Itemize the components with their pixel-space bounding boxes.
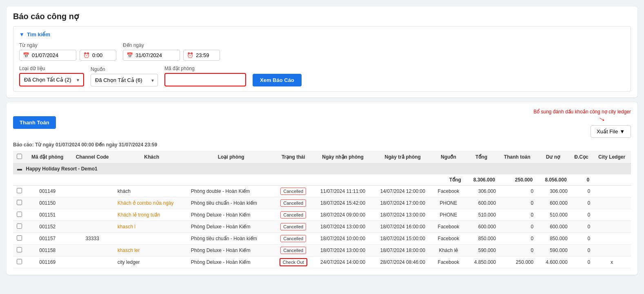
- to-date-wrapper[interactable]: 📅: [123, 50, 180, 61]
- row-checkbox[interactable]: [17, 259, 22, 264]
- col-checkbox[interactable]: [13, 151, 25, 164]
- source-cell: Facebook: [433, 256, 464, 268]
- payment-cell: 0: [498, 197, 536, 209]
- guest-name: city ledger: [118, 259, 140, 265]
- to-time-wrapper[interactable]: ⏰: [183, 50, 220, 61]
- deposit-cell: 0: [570, 233, 593, 245]
- room-code-cell: 001151: [25, 209, 69, 221]
- room-code-cell: 001157: [25, 233, 69, 245]
- to-time-input[interactable]: [196, 52, 216, 58]
- source-cell: PHONE: [433, 209, 464, 221]
- checkout-cell: 18/07/2024 13:00:00: [373, 209, 433, 221]
- view-report-button[interactable]: Xem Báo Cáo: [253, 74, 302, 86]
- city-ledger-cell: [593, 233, 631, 245]
- guest-cell: khách: [115, 186, 189, 197]
- total-cell: 4.850.000: [464, 256, 498, 268]
- city-ledger-cell: [593, 197, 631, 209]
- status-cell: Check Out: [274, 256, 313, 268]
- room-code-cell: 001149: [25, 186, 69, 197]
- from-time-input[interactable]: [92, 52, 113, 58]
- filter-icon: ▼: [19, 31, 24, 38]
- to-date-input[interactable]: [135, 52, 176, 58]
- room-type-cell: Phòng Deluxe - Hoàn Kiếm: [189, 245, 274, 256]
- deposit-cell: 0: [570, 197, 593, 209]
- checkout-cell: 18/07/2024 16:00:00: [373, 221, 433, 233]
- checkin-cell: 11/07/2024 11:11:00: [313, 186, 373, 197]
- guest-cell: khasch ler: [115, 245, 189, 256]
- col-checkin: Ngày nhận phòng: [313, 151, 373, 164]
- row-checkbox[interactable]: [17, 212, 22, 217]
- payment-cell: 0: [498, 186, 536, 197]
- room-type-cell: Phòng Deluxe - Hoàn Kiếm: [189, 256, 274, 268]
- deposit-cell: 0: [570, 186, 593, 197]
- city-ledger-mark: x: [611, 259, 613, 265]
- channel-code-cell: [69, 256, 115, 268]
- balance-cell: 4.600.000: [536, 256, 570, 268]
- guest-link[interactable]: Khách ở combo nửa ngày: [118, 200, 174, 206]
- data-type-select-wrapper[interactable]: Đã Chọn Tất Cả (2): [20, 74, 83, 86]
- from-time-wrapper[interactable]: ⏰: [80, 50, 116, 61]
- total-cell: 600.000: [464, 221, 498, 233]
- guest-cell: city ledger: [115, 256, 189, 268]
- room-code-cell: 001158: [25, 245, 69, 256]
- city-ledger-cell: [593, 209, 631, 221]
- dropdown-icon: ▼: [620, 128, 625, 135]
- status-badge: Cancelled: [280, 211, 306, 219]
- deposit-cell: 0: [570, 256, 593, 268]
- total-cell: 306.000: [464, 186, 498, 197]
- guest-link[interactable]: khasch ler: [118, 248, 140, 253]
- calendar-icon-2: 📅: [127, 52, 133, 58]
- status-cell: Cancelled: [274, 245, 313, 256]
- deposit-cell: 0: [570, 221, 593, 233]
- status-badge: Cancelled: [280, 199, 306, 207]
- col-balance: Dư nợ: [536, 151, 570, 164]
- guest-link[interactable]: Khách lẻ trong tuần: [118, 212, 160, 218]
- from-date-wrapper[interactable]: 📅: [19, 50, 76, 61]
- row-checkbox[interactable]: [17, 223, 22, 229]
- data-table: Mã đặt phòng Channel Code Khách Loại phò…: [13, 151, 631, 268]
- checkin-cell: 18/07/2024 13:00:00: [313, 245, 373, 256]
- balance-cell: 306.000: [536, 186, 570, 197]
- select-all-checkbox[interactable]: [17, 154, 22, 159]
- channel-code-cell: [69, 209, 115, 221]
- checkout-cell: 28/07/2024 08:46:00: [373, 256, 433, 268]
- total-cell: 510.000: [464, 209, 498, 221]
- checkout-cell: 18/07/2024 18:00:00: [373, 245, 433, 256]
- col-city-ledger: City Ledger: [593, 151, 631, 164]
- status-badge: Cancelled: [280, 247, 306, 254]
- channel-code-cell: [69, 245, 115, 256]
- table-row: 001157 33333 Phòng tiêu chuẩn - Hoàn kiế…: [13, 233, 631, 245]
- actions-row: Thanh Toán Bổ sung đánh dấu khoản công n…: [13, 109, 631, 139]
- col-deposit: Đ.Cọc: [570, 151, 593, 164]
- from-date-input[interactable]: [32, 52, 73, 58]
- row-checkbox[interactable]: [17, 235, 22, 241]
- room-code-cell: 001150: [25, 197, 69, 209]
- source-select[interactable]: Đã Chọn Tất Cả (6): [91, 74, 158, 86]
- balance-cell: 590.000: [536, 245, 570, 256]
- room-code-label: Mã đặt phòng: [164, 66, 246, 71]
- report-info: Báo cáo: Từ ngày 01/07/2024 00:00 Đến ng…: [13, 142, 631, 148]
- room-code-cell: 001152: [25, 221, 69, 233]
- export-button[interactable]: Xuất File ▼: [591, 125, 631, 138]
- payment-cell: 0: [498, 209, 536, 221]
- data-type-select[interactable]: Đã Chọn Tất Cả (2): [20, 74, 83, 86]
- table-row: 001158 khasch ler Phòng Deluxe - Hoàn Ki…: [13, 245, 631, 256]
- status-cell: Cancelled: [274, 221, 313, 233]
- room-code-input[interactable]: [164, 73, 246, 86]
- row-checkbox[interactable]: [17, 200, 22, 205]
- room-code-cell: 001169: [25, 256, 69, 268]
- source-cell: Facebook: [433, 233, 464, 245]
- guest-cell: khasch l: [115, 221, 189, 233]
- checkout-cell: 18/07/2024 17:00:00: [373, 197, 433, 209]
- checkin-cell: 18/07/2024 13:00:00: [313, 221, 373, 233]
- checkout-cell: 18/07/2024 15:00:00: [373, 233, 433, 245]
- table-row: 001169 city ledger Phòng Deluxe - Hoàn K…: [13, 256, 631, 268]
- row-checkbox[interactable]: [17, 247, 22, 252]
- source-select-wrapper[interactable]: Đã Chọn Tất Cả (6): [91, 74, 158, 86]
- guest-link[interactable]: khasch l: [118, 224, 135, 230]
- row-checkbox[interactable]: [17, 188, 22, 193]
- payment-cell: 0: [498, 233, 536, 245]
- room-type-cell: Phòng tiêu chuẩn - Hoàn kiếm: [189, 233, 274, 245]
- payment-button[interactable]: Thanh Toán: [13, 116, 56, 129]
- balance-cell: 600.000: [536, 197, 570, 209]
